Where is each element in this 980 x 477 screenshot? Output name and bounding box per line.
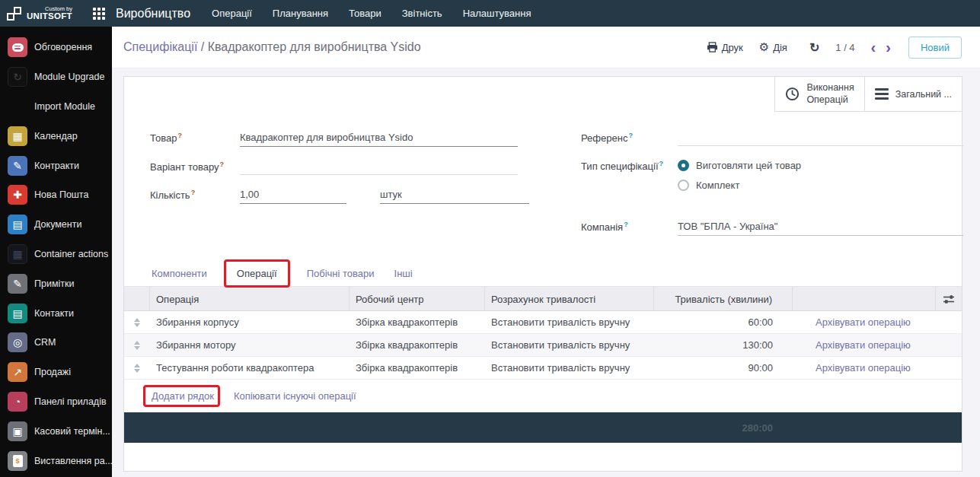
archive-operation-link[interactable]: Архівувати операцію: [793, 362, 936, 374]
menu-reporting[interactable]: Звітність: [402, 8, 442, 19]
menu-operations[interactable]: Операції: [212, 8, 252, 19]
sidebar-item-invoicing[interactable]: $ Виставлення ра...: [0, 446, 112, 475]
sales-chart-icon: ↗: [8, 362, 27, 382]
archive-operation-link[interactable]: Архівувати операцію: [793, 316, 936, 328]
cell-workcenter: Збірка квадракоптерів: [350, 362, 485, 374]
bom-type-kit-option[interactable]: Комплект: [678, 180, 801, 191]
sidebar-item-crm[interactable]: ◎ CRM: [0, 328, 112, 358]
product-field[interactable]: Квадракоптер для виробництва Ysido: [240, 130, 518, 147]
clock-icon: [785, 87, 800, 101]
action-button[interactable]: ⚙ Дія: [759, 40, 787, 54]
add-row-link[interactable]: Додати рядок: [152, 390, 214, 402]
sidebar-item-label: Обговорення: [34, 42, 92, 52]
menu-planning[interactable]: Планування: [273, 8, 328, 19]
breadcrumb-parent-link[interactable]: Специфікації: [123, 40, 197, 53]
sidebar-item-notes[interactable]: ✎ Примітки: [0, 269, 112, 298]
column-header-duration-mode[interactable]: Розрахунок тривалості: [485, 287, 654, 311]
sidebar-item-label: Import Module: [34, 101, 95, 112]
sidebar-item-dashboards[interactable]: ◔ Панелі приладів: [0, 387, 112, 417]
sidebar-item-label: Container actions: [34, 249, 108, 259]
help-icon: ?: [628, 132, 633, 139]
general-bom-button[interactable]: Загальний ...: [864, 77, 962, 112]
cell-operation: Збирання корпусу: [150, 316, 350, 328]
sidebar-item-label: Нова Пошта: [34, 189, 88, 200]
sidebar-item-import-module[interactable]: Import Module: [0, 92, 112, 122]
menu-products[interactable]: Товари: [349, 8, 381, 19]
gear-icon: ⚙: [759, 40, 769, 54]
drag-handle-icon[interactable]: [124, 364, 150, 373]
sidebar-item-nova-poshta[interactable]: ✚ Нова Пошта: [0, 180, 112, 210]
sidebar-item-label: Документи: [34, 219, 81, 230]
apps-menu-icon[interactable]: [93, 8, 105, 20]
cell-workcenter: Збірка квадракоптерів: [350, 339, 485, 351]
unitsoft-logo[interactable]: Custom by UNITSOFT: [0, 6, 90, 21]
reference-label: Референс?: [581, 130, 678, 144]
product-variant-field[interactable]: [240, 159, 518, 175]
reference-field[interactable]: [678, 130, 963, 146]
next-record-button[interactable]: ›: [886, 40, 891, 55]
tab-components[interactable]: Компоненти: [150, 261, 209, 286]
menu-settings[interactable]: Налаштування: [463, 8, 531, 19]
sidebar-item-container-actions[interactable]: ▦ Container actions: [0, 240, 112, 269]
sidebar-item-sales[interactable]: ↗ Продажі: [0, 358, 112, 387]
unitsoft-logo-icon: [7, 7, 21, 21]
import-module-icon: [8, 97, 27, 116]
tab-misc[interactable]: Інші: [393, 261, 414, 286]
prev-record-button[interactable]: ‹: [871, 40, 876, 55]
notes-icon: ✎: [8, 274, 27, 294]
cell-duration-mode: Встановити тривалість вручну: [485, 316, 654, 328]
radio-selected-icon[interactable]: [678, 160, 689, 171]
sidebar-item-discuss[interactable]: Обговорення: [0, 33, 112, 62]
archive-operation-link[interactable]: Архівувати операцію: [793, 339, 936, 351]
radio-unselected-icon[interactable]: [678, 180, 689, 191]
sidebar-item-label: CRM: [34, 337, 56, 348]
sidebar-item-module-upgrade[interactable]: ↻ Module Upgrade: [0, 62, 112, 92]
sidebar-item-label: Контакти: [34, 308, 74, 319]
column-header-operation[interactable]: Операція: [150, 287, 350, 311]
form-fields: Товар? Квадракоптер для виробництва Ysid…: [124, 112, 962, 248]
form-sheet: ВиконанняОперацій Загальний ... Товар? К…: [123, 76, 962, 472]
sidebar-item-label: Календар: [34, 131, 78, 142]
tab-operations[interactable]: Операції: [225, 260, 289, 287]
print-button[interactable]: Друк: [707, 42, 743, 53]
optional-columns-button[interactable]: [936, 287, 962, 311]
printer-icon: [707, 42, 718, 52]
app-title[interactable]: Виробництво: [116, 7, 190, 21]
quantity-field[interactable]: 1,00: [240, 187, 346, 204]
operation-row[interactable]: Збирання мотору Збірка квадракоптерів Вс…: [124, 334, 962, 357]
operations-performance-button[interactable]: ВиконанняОперацій: [774, 77, 864, 112]
sidebar-item-contracts[interactable]: ✎ Контракти: [0, 151, 112, 180]
company-label: Компанія?: [581, 219, 678, 233]
cell-workcenter: Збірка квадракоптерів: [350, 316, 485, 328]
help-icon: ?: [191, 189, 196, 196]
copy-existing-operations-link[interactable]: Копіювати існуючі операції: [234, 390, 356, 402]
breadcrumb: Специфікації / Квадракоптер для виробниц…: [123, 40, 421, 54]
tab-byproducts[interactable]: Побічні товари: [305, 261, 376, 286]
help-icon: ?: [659, 160, 664, 167]
documents-icon: ▤: [8, 215, 27, 234]
operation-row[interactable]: Тестування роботи квадракоптера Збірка к…: [124, 357, 962, 380]
bom-type-manufacture-option[interactable]: Виготовляти цей товар: [678, 160, 801, 171]
sidebar-item-label: Примітки: [34, 278, 74, 289]
uom-field[interactable]: штук: [380, 187, 529, 204]
new-record-button[interactable]: Новий: [908, 37, 962, 59]
notebook-tabs: Компоненти Операції Побічні товари Інші: [124, 260, 962, 287]
column-header-workcenter[interactable]: Робочий центр: [350, 287, 485, 311]
product-variant-label: Варіант товару?: [150, 159, 240, 173]
company-field[interactable]: ТОВ "БПЛА - Україна": [678, 219, 963, 236]
refresh-icon[interactable]: ↻: [809, 40, 819, 55]
sidebar-item-contacts[interactable]: ▤ Контакти: [0, 298, 112, 328]
drag-handle-icon[interactable]: [124, 341, 150, 350]
duration-summary-bar: 280:00: [124, 412, 962, 443]
cell-duration: 130:00: [654, 339, 793, 351]
column-header-duration[interactable]: Тривалість (хвилини): [654, 287, 793, 311]
hamburger-icon: [875, 88, 889, 100]
top-menu: Операції Планування Товари Звітність Нал…: [212, 8, 531, 19]
sidebar-item-calendar[interactable]: ▦ Календар: [0, 121, 112, 151]
operation-row[interactable]: Збирання корпусу Збірка квадракоптерів В…: [124, 311, 962, 334]
dashboard-gauge-icon: ◔: [8, 392, 27, 412]
sidebar-item-pos[interactable]: ▣ Касовий термін...: [0, 416, 112, 446]
cell-duration-mode: Встановити тривалість вручну: [485, 362, 654, 374]
sidebar-item-documents[interactable]: ▤ Документи: [0, 210, 112, 240]
drag-handle-icon[interactable]: [124, 318, 150, 327]
